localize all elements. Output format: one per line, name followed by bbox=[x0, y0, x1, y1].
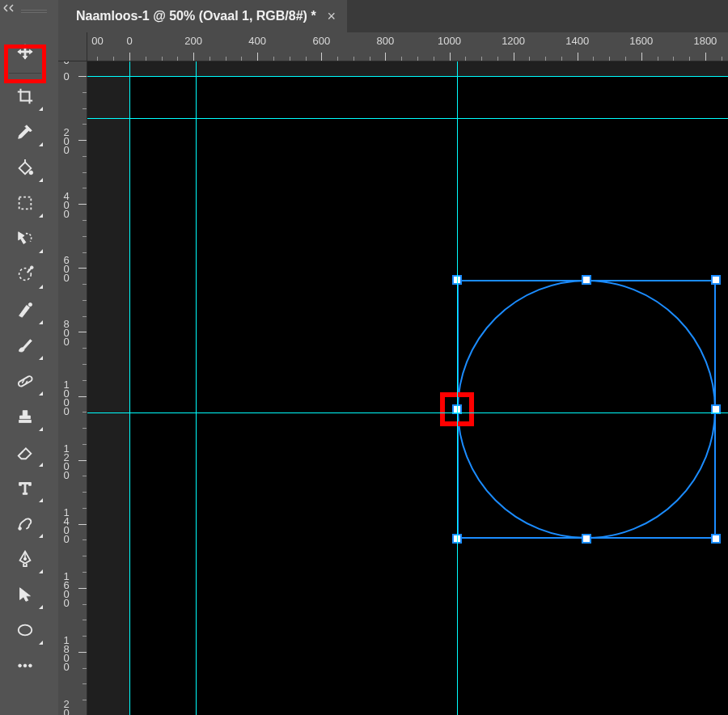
ruler-label: 800 bbox=[61, 319, 71, 346]
document-tab-title: Naamloos-1 @ 50% (Ovaal 1, RGB/8#) * bbox=[76, 9, 316, 23]
ruler-label: 1200 bbox=[502, 35, 525, 47]
ruler-tick bbox=[83, 300, 87, 301]
heal-tool[interactable] bbox=[3, 363, 46, 399]
transform-handle-tm[interactable] bbox=[582, 275, 591, 285]
close-icon[interactable]: × bbox=[328, 8, 336, 25]
stamp-tool[interactable] bbox=[3, 399, 46, 434]
ruler-tick bbox=[83, 700, 87, 700]
shape-tool[interactable] bbox=[3, 612, 46, 648]
ruler-tick bbox=[370, 57, 370, 61]
ruler-tick bbox=[450, 53, 451, 61]
guide-horizontal[interactable] bbox=[87, 76, 728, 77]
guide-vertical[interactable] bbox=[196, 61, 197, 715]
ruler-tick bbox=[226, 57, 226, 61]
ruler-tick bbox=[83, 108, 87, 109]
ruler-label: 200 bbox=[184, 35, 202, 47]
svg-rect-5 bbox=[17, 375, 32, 387]
transform-handle-bm[interactable] bbox=[582, 534, 591, 544]
ruler-label: 1000 bbox=[438, 35, 461, 47]
ruler-tick bbox=[353, 57, 354, 61]
move-tool[interactable] bbox=[3, 34, 46, 70]
ruler-tick bbox=[83, 668, 87, 669]
ruler-tick bbox=[83, 316, 87, 317]
ruler-label: 400 bbox=[61, 192, 71, 218]
ruler-tick bbox=[83, 380, 87, 381]
pen-tool[interactable] bbox=[3, 541, 46, 577]
ruler-tick bbox=[722, 57, 722, 61]
guide-horizontal[interactable] bbox=[87, 412, 728, 413]
marquee-tool[interactable] bbox=[3, 185, 46, 221]
ruler-tick bbox=[641, 53, 642, 61]
ruler-tick bbox=[83, 252, 87, 253]
svg-point-14 bbox=[23, 664, 27, 667]
guide-vertical[interactable] bbox=[457, 61, 458, 715]
ruler-tick bbox=[545, 57, 546, 61]
quick-select-tool[interactable] bbox=[3, 221, 46, 256]
ruler-tick bbox=[83, 124, 87, 125]
ruler-tick bbox=[210, 57, 210, 61]
ruler-tick bbox=[689, 57, 690, 61]
eraser-tool[interactable] bbox=[3, 434, 46, 470]
ruler-tick bbox=[177, 57, 178, 61]
retouch-tool[interactable] bbox=[3, 292, 46, 328]
guide-horizontal[interactable] bbox=[87, 118, 728, 119]
ruler-tick bbox=[673, 57, 674, 61]
ruler-tick bbox=[78, 204, 87, 205]
transform-handle-br[interactable] bbox=[711, 534, 721, 544]
panel-grip-icon[interactable] bbox=[21, 10, 47, 15]
ruler-tick bbox=[78, 396, 87, 397]
ruler-tick bbox=[83, 508, 87, 509]
ruler-tick bbox=[78, 332, 87, 332]
ruler-tick bbox=[83, 556, 87, 556]
guide-vertical[interactable] bbox=[129, 61, 130, 715]
smudge-tool[interactable] bbox=[3, 506, 46, 541]
ruler-tick bbox=[113, 57, 114, 61]
ruler-tick bbox=[83, 412, 87, 412]
panel-expand-icon[interactable] bbox=[3, 3, 16, 11]
ruler-tick bbox=[434, 57, 434, 61]
ruler-tick bbox=[241, 57, 242, 61]
path-select-tool[interactable] bbox=[3, 577, 46, 612]
transform-handle-tr[interactable] bbox=[711, 275, 721, 285]
more-tool[interactable] bbox=[3, 648, 46, 683]
ruler-tick bbox=[529, 57, 530, 61]
svg-point-0 bbox=[29, 171, 33, 175]
ruler-label: 1200 bbox=[61, 444, 71, 480]
type-tool[interactable] bbox=[3, 470, 46, 506]
ruler-tick bbox=[321, 53, 322, 61]
ruler-tick bbox=[705, 53, 706, 61]
ruler-vertical[interactable]: 00200400600800100012001400160018002000 bbox=[58, 61, 87, 715]
ruler-tick bbox=[129, 53, 130, 61]
crop-tool[interactable] bbox=[3, 78, 46, 114]
ruler-label: 00 bbox=[91, 35, 103, 47]
ruler-tick bbox=[83, 620, 87, 620]
ruler-tick bbox=[83, 492, 87, 493]
ruler-horizontal[interactable]: 000200400600800100012001400160018002000 bbox=[87, 32, 728, 61]
ruler-tick bbox=[385, 53, 386, 61]
document-tab[interactable]: Naamloos-1 @ 50% (Ovaal 1, RGB/8#) * × bbox=[58, 0, 347, 32]
ruler-tick bbox=[83, 604, 87, 605]
ruler-tick bbox=[83, 92, 87, 93]
ruler-tick bbox=[497, 57, 498, 61]
ruler-label: 0 bbox=[126, 35, 132, 47]
ruler-tick bbox=[83, 539, 87, 540]
ruler-label: 1400 bbox=[61, 508, 71, 544]
svg-point-4 bbox=[28, 302, 32, 306]
svg-point-13 bbox=[18, 664, 21, 667]
shape-ellipse-outline bbox=[457, 280, 716, 539]
canvas-viewport[interactable] bbox=[87, 61, 728, 715]
ruler-tick bbox=[162, 57, 163, 61]
ruler-tick bbox=[83, 284, 87, 285]
spot-heal-tool[interactable] bbox=[3, 256, 46, 292]
ruler-tick bbox=[78, 588, 87, 589]
ruler-tick bbox=[578, 53, 578, 61]
ruler-tick bbox=[83, 364, 87, 365]
ruler-tick bbox=[257, 53, 258, 61]
brush-tool[interactable] bbox=[3, 328, 46, 363]
fill-tool[interactable] bbox=[3, 150, 46, 185]
ruler-label: 2000 bbox=[61, 700, 71, 715]
ruler-origin[interactable] bbox=[58, 32, 87, 61]
transform-bounding-box[interactable] bbox=[457, 280, 716, 539]
eyedropper-tool[interactable] bbox=[3, 114, 46, 150]
svg-point-3 bbox=[30, 266, 33, 269]
